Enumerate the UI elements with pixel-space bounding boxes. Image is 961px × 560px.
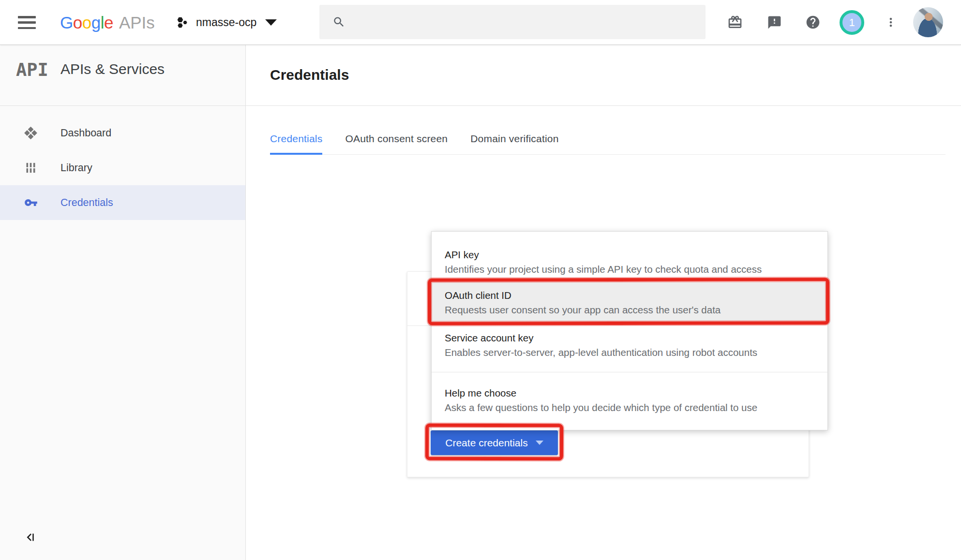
menu-item-oauth-client-id[interactable]: OAuth client ID Requests user consent so… [432,282,827,324]
project-selector[interactable]: nmasse-ocp [176,0,277,45]
dashboard-icon [24,127,37,140]
logo-letter: g [91,13,101,32]
menu-item-service-account-key[interactable]: Service account key Enables server-to-se… [432,324,827,366]
menu-item-description: Requests user consent so your app can ac… [445,303,818,317]
more-vert-icon[interactable] [884,15,898,29]
menu-item-description: Identifies your project using a simple A… [445,262,818,277]
menu-item-help-me-choose[interactable]: Help me choose Asks a few questions to h… [432,380,827,421]
menu-item-title: OAuth client ID [445,288,818,303]
feedback-icon[interactable] [767,15,782,30]
gift-icon[interactable] [727,15,743,30]
logo-letter: e [104,13,113,32]
menu-item-description: Asks a few questions to help you decide … [445,400,818,415]
logo-letter: G [60,13,73,32]
library-icon [24,162,37,175]
google-apis-logo[interactable]: Google APIs [60,0,155,45]
project-hexagons-icon [176,16,189,29]
create-credentials-menu: API key Identifies your project using a … [431,231,828,430]
logo-letter: o [73,13,82,32]
create-credentials-button[interactable]: Create credentials [431,430,558,455]
collapse-sidebar-icon[interactable] [22,530,37,545]
create-credentials-label: Create credentials [445,437,527,449]
sidebar-item-dashboard[interactable]: Dashboard [0,116,245,150]
menu-divider [432,372,827,372]
sidebar-item-library[interactable]: Library [0,150,245,185]
search-icon [332,15,345,29]
api-product-icon: API [16,59,48,80]
screen: Google APIs nmasse-ocp [0,0,961,560]
sidebar-item-label: Credentials [60,197,113,209]
logo-letter: l [101,13,104,32]
menu-item-title: Service account key [445,331,818,345]
project-name: nmasse-ocp [196,16,256,29]
menu-item-title: Help me choose [445,386,818,400]
menu-item-description: Enables server-to-server, app-level auth… [445,345,818,360]
menu-item-title: API key [445,248,818,262]
tabs-row: Credentials OAuth consent screen Domain … [270,125,946,155]
key-icon [24,196,38,209]
chevron-down-icon [265,19,277,26]
sidebar-item-label: Dashboard [60,127,111,139]
header-divider [0,105,961,106]
product-name: APIs & Services [60,61,165,77]
search-bar[interactable] [319,5,706,39]
page-title: Credentials [270,67,349,83]
sidebar: API APIs & Services Dashboard [0,45,246,560]
sidebar-item-label: Library [60,162,92,174]
tab-oauth-consent-screen[interactable]: OAuth consent screen [345,125,448,154]
notification-count: 1 [849,16,855,29]
sidebar-item-credentials[interactable]: Credentials [0,185,245,220]
logo-suffix: APIs [119,13,155,32]
hamburger-menu-icon[interactable] [18,16,36,29]
tab-domain-verification[interactable]: Domain verification [470,125,558,154]
help-icon[interactable] [805,15,821,30]
tab-credentials[interactable]: Credentials [270,125,322,154]
chevron-down-icon [536,441,543,445]
search-input[interactable] [353,5,706,39]
logo-letter: o [82,13,91,32]
notifications-badge[interactable]: 1 [840,10,864,35]
avatar[interactable] [913,7,943,37]
top-bar: Google APIs nmasse-ocp [0,0,961,45]
menu-item-api-key[interactable]: API key Identifies your project using a … [432,241,827,283]
